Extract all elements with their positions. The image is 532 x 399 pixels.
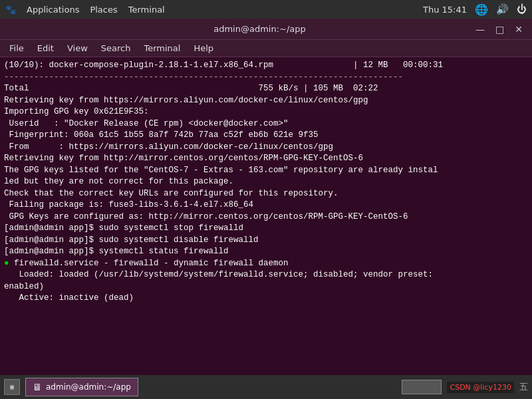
terminal-line: ----------------------------------------… (4, 72, 528, 84)
terminal-line: ● firewalld.service - firewalld - dynami… (4, 258, 528, 270)
taskbar-search-box[interactable] (402, 380, 442, 394)
menu-file[interactable]: File (4, 42, 29, 55)
places-menu[interactable]: Places (90, 5, 117, 15)
terminal-line: GPG Keys are configured as: http://mirro… (4, 211, 528, 223)
terminal-line: Userid : "Docker Release (CE rpm) <docke… (4, 118, 528, 130)
system-bar: 🐾 Applications Places Terminal Thu 15:41… (0, 0, 532, 19)
terminal-line: enabled) (4, 281, 528, 293)
system-bar-left: 🐾 Applications Places Terminal (5, 5, 165, 15)
terminal-line: Retrieving key from https://mirrors.aliy… (4, 95, 528, 107)
terminal-line: led but they are not correct for this pa… (4, 176, 528, 188)
taskbar-right: CSDN @licy1230 五 (402, 380, 528, 394)
terminal-line: Failing package is: fuse3-libs-3.6.1-4.e… (4, 200, 528, 211)
terminal-line: [admin@admin app]$ sudo systemctl disabl… (4, 235, 528, 247)
system-bar-right: Thu 15:41 🌐 🔊 ⏻ (423, 3, 527, 16)
terminal-line: (10/10): docker-compose-plugin-2.18.1-1.… (4, 60, 528, 72)
applications-menu[interactable]: Applications (27, 5, 79, 15)
taskbar-terminal-button[interactable]: 🖥 admin@admin:~/app (25, 378, 138, 396)
taskbar: ▣ 🖥 admin@admin:~/app CSDN @licy1230 五 (0, 375, 532, 399)
terminal-line: Check that the correct key URLs are conf… (4, 188, 528, 200)
taskbar-terminal-label: admin@admin:~/app (46, 382, 131, 392)
terminal-line: Fingerprint: 060a 61c5 1b55 8a7f 742b 77… (4, 130, 528, 142)
terminal-line: Importing GPG key 0x621E9F35: (4, 106, 528, 118)
volume-icon[interactable]: 🔊 (496, 3, 509, 15)
terminal-line: [admin@admin app]$ sudo systemctl stop f… (4, 223, 528, 235)
terminal-line: Retrieving key from http://mirror.centos… (4, 153, 528, 165)
terminal-icon: 🖥 (33, 382, 42, 392)
menu-bar: File Edit View Search Terminal Help (0, 40, 532, 57)
clock: Thu 15:41 (423, 5, 467, 15)
status-bullet: ● (4, 259, 9, 268)
show-desktop-button[interactable]: ▣ (4, 379, 20, 395)
terminal-window: admin@admin:~/app — □ ✕ File Edit View S… (0, 19, 532, 399)
distro-icon: 🐾 (5, 5, 16, 15)
title-bar: admin@admin:~/app — □ ✕ (0, 19, 532, 40)
taskbar-icon-1: 五 (519, 381, 528, 393)
terminal-line: The GPG keys listed for the "CentOS-7 - … (4, 165, 528, 177)
terminal-output[interactable]: (10/10): docker-compose-plugin-2.18.1-1.… (0, 57, 532, 399)
menu-help[interactable]: Help (188, 42, 219, 55)
terminal-menu[interactable]: Terminal (128, 5, 165, 15)
menu-search[interactable]: Search (96, 42, 136, 55)
terminal-line: From : https://mirrors.aliyun.com/docker… (4, 142, 528, 154)
menu-view[interactable]: View (62, 42, 93, 55)
title-bar-controls: — □ ✕ (473, 23, 525, 36)
menu-edit[interactable]: Edit (32, 42, 59, 55)
network-icon[interactable]: 🌐 (475, 3, 488, 16)
terminal-line: [admin@admin app]$ systemctl status fire… (4, 246, 528, 258)
csdn-badge: CSDN @licy1230 (447, 382, 514, 393)
minimize-button[interactable]: — (473, 23, 487, 36)
window-title: admin@admin:~/app (47, 24, 473, 34)
menu-terminal[interactable]: Terminal (138, 42, 186, 55)
maximize-button[interactable]: □ (493, 23, 507, 36)
close-button[interactable]: ✕ (512, 23, 525, 36)
terminal-line: Active: inactive (dead) (4, 293, 528, 305)
terminal-line: Total 755 kB/s | 105 MB 02:22 (4, 83, 528, 95)
power-icon[interactable]: ⏻ (517, 3, 527, 15)
terminal-line: Loaded: loaded (/usr/lib/systemd/system/… (4, 269, 528, 281)
